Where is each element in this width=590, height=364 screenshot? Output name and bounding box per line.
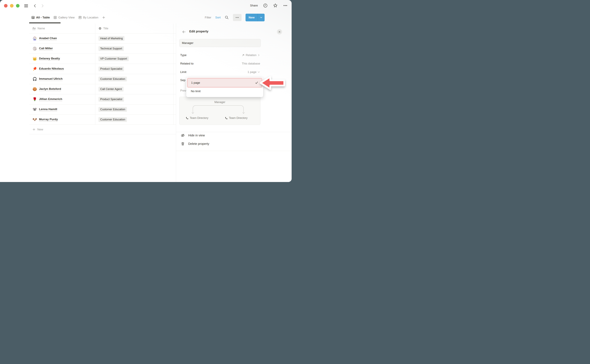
tab-label: By Location (83, 16, 98, 19)
updates-clock-icon[interactable] (263, 3, 268, 8)
trash-icon (181, 142, 185, 146)
table-row[interactable]: 👑Delaney Beatty VP Customer Support (29, 54, 176, 64)
close-window-button[interactable] (4, 4, 7, 7)
tab-gallery-view[interactable]: Gallery View (52, 15, 76, 20)
table-row[interactable]: 🏐Cali Miller Technical Support (29, 44, 176, 54)
phone-icon (225, 117, 228, 119)
table-view-icon (31, 16, 35, 19)
table-row[interactable]: 🌹Jillian Emmerich Product Specialist (29, 94, 176, 104)
property-row-limit[interactable]: Limit 1 page (180, 69, 260, 75)
view-more-button[interactable] (233, 14, 242, 21)
sort-button[interactable]: Sort (215, 16, 221, 19)
active-tab-underline (29, 22, 60, 23)
chevron-down-icon (257, 71, 260, 73)
search-icon[interactable] (225, 15, 229, 20)
page-emoji: 🏓 (33, 67, 37, 71)
tab-by-location[interactable]: By Location (77, 15, 99, 20)
new-record-dropdown-button[interactable] (258, 14, 265, 21)
clipped-separate-label: Sep (180, 78, 185, 82)
panel-back-button[interactable] (182, 30, 186, 34)
more-options-icon[interactable] (283, 3, 288, 8)
edit-property-panel: Edit property Type Relation Related to T… (176, 24, 292, 182)
panel-header: Edit property (176, 28, 292, 36)
page-emoji: 🐨 (33, 108, 37, 111)
annotation-arrow (259, 75, 285, 91)
clipped-preview-label: Prev (180, 89, 186, 92)
preview-child-database: Team Directory (186, 117, 208, 120)
window-controls (4, 4, 20, 7)
page-name-link[interactable]: Delaney Beatty (39, 57, 60, 61)
table-row[interactable]: 🐨Lenna Hamill Customer Education (29, 104, 176, 115)
property-row-related-to[interactable]: Related to This database (180, 60, 260, 67)
favorite-star-icon[interactable] (273, 3, 278, 8)
back-arrow-icon (33, 4, 37, 8)
title-select-chip[interactable]: Product Specialist (98, 66, 124, 71)
relation-bracket-diagram (179, 97, 261, 115)
limit-dropdown-menu: 1 page No limit (186, 77, 263, 97)
page-name-link[interactable]: Lenna Hamill (39, 108, 57, 111)
property-name-input[interactable] (179, 39, 261, 47)
plus-icon (33, 128, 35, 131)
page-name-link[interactable]: Murray Purdy (39, 118, 58, 122)
panel-divider (176, 151, 292, 151)
title-select-chip[interactable]: Customer Education (98, 117, 127, 122)
column-header-name[interactable]: Aa Name (29, 24, 95, 33)
table-header-row: Aa Name Title (29, 24, 176, 33)
minimize-window-button[interactable] (10, 4, 13, 7)
title-select-chip[interactable]: Customer Education (98, 77, 127, 81)
forward-button[interactable] (40, 3, 45, 8)
page-name-link[interactable]: Immanuel Ullrich (39, 77, 63, 81)
filter-button[interactable]: Filter (205, 16, 211, 19)
back-button[interactable] (33, 3, 38, 8)
panel-close-button[interactable] (277, 29, 282, 34)
board-view-icon (78, 16, 82, 19)
title-select-chip[interactable]: Product Specialist (98, 97, 124, 102)
dropdown-option-1-page[interactable]: 1 page (187, 78, 262, 87)
forward-arrow-icon (40, 4, 44, 8)
tab-label: All - Table (36, 16, 50, 19)
page-emoji: 🎡 (33, 37, 37, 40)
delete-property-button[interactable]: Delete property (181, 140, 245, 147)
hide-in-view-button[interactable]: Hide in view (181, 132, 245, 139)
phone-icon (186, 117, 189, 119)
page-name-link[interactable]: Eduardo Nikolaus (39, 67, 64, 71)
new-row-button[interactable]: New (29, 125, 176, 134)
title-select-chip[interactable]: Technical Support (98, 46, 124, 51)
new-record-button[interactable]: New (246, 14, 258, 21)
table-row[interactable]: 🎧Immanuel Ullrich Customer Education (29, 74, 176, 84)
title-select-chip[interactable]: VP Customer Support (98, 56, 129, 61)
page-emoji: 🍪 (33, 87, 37, 91)
relation-preview-card: Manager Team Directory Team Directory (179, 97, 260, 125)
dropdown-option-no-limit[interactable]: No limit (191, 90, 201, 93)
page-name-link[interactable]: Jillian Emmerich (39, 97, 62, 101)
add-view-button[interactable] (101, 15, 107, 20)
preview-child-database: Team Directory (225, 117, 248, 120)
column-header-title[interactable]: Title (95, 24, 173, 33)
hamburger-icon (24, 4, 28, 7)
table-row[interactable]: 🍪Jaclyn Botsford Call Center Agent (29, 84, 176, 94)
table-row[interactable]: 🐶Murray Purdy Customer Education (29, 115, 176, 125)
zoom-window-button[interactable] (16, 4, 20, 7)
titlebar: Share (0, 0, 292, 12)
arrow-up-right-icon (242, 54, 245, 57)
page-emoji: 🌹 (33, 98, 37, 101)
title-property-icon: Aa (33, 27, 35, 30)
table-row[interactable]: 🏓Eduardo Nikolaus Product Specialist (29, 64, 176, 74)
page-name-link[interactable]: Jaclyn Botsford (39, 87, 61, 91)
title-select-chip[interactable]: Head of Marketing (98, 36, 125, 41)
page-name-link[interactable]: Anabel Chan (39, 37, 57, 40)
page-name-link[interactable]: Cali Miller (39, 47, 53, 51)
new-record-split-button: New (246, 14, 265, 21)
page-emoji: 🏐 (33, 47, 37, 50)
plus-icon (102, 16, 105, 19)
select-property-icon (98, 27, 102, 30)
view-controls: Filter Sort New (205, 12, 265, 23)
property-row-type[interactable]: Type Relation (180, 52, 260, 58)
notion-window: Share All - Table (0, 0, 292, 182)
tab-all-table[interactable]: All - Table (30, 15, 51, 20)
sidebar-toggle-button[interactable] (24, 3, 29, 8)
title-select-chip[interactable]: Customer Education (98, 107, 127, 112)
title-select-chip[interactable]: Call Center Agent (98, 87, 124, 91)
share-button[interactable]: Share (250, 4, 258, 7)
table-row[interactable]: 🎡Anabel Chan Head of Marketing (29, 33, 176, 44)
